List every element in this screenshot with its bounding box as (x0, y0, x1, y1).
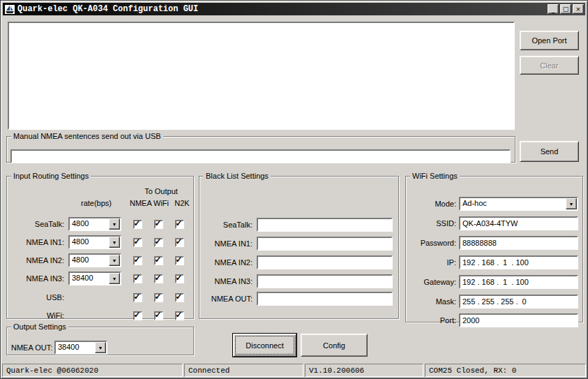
chevron-down-icon[interactable]: ▼ (566, 198, 577, 209)
wifi-row-port: Port: (409, 313, 578, 327)
ssid-input[interactable] (459, 216, 578, 230)
wifi-row-mode: Mode: Ad-hoc ▼ (409, 197, 578, 211)
nmea-in3-wifi-checkbox[interactable] (154, 274, 163, 283)
password-input[interactable] (459, 236, 578, 250)
usb-wifi-checkbox[interactable] (154, 293, 163, 302)
gateway-label: Gateway: (409, 278, 459, 286)
wifi-row-mask: Mask: (409, 295, 578, 309)
blacklist-nmea-in2-label: NMEA IN2: (204, 258, 257, 267)
usb-n2k-checkbox[interactable] (175, 293, 184, 302)
wifi-row-label: WiFi: (10, 311, 68, 320)
dropdown-value: 4800 (72, 219, 89, 228)
ssid-label: SSID: (409, 219, 459, 228)
blacklist-nmea-out-input[interactable] (257, 292, 393, 306)
status-firmware-version: V1.10.200606 (305, 364, 423, 377)
nmea-in2-n2k-checkbox[interactable] (175, 256, 184, 265)
output-settings-group: Output Settings NMEA OUT: 38400 ▼ (6, 322, 194, 355)
checkbox-cell (127, 274, 148, 283)
wifi-nmea-checkbox[interactable] (133, 311, 142, 320)
dropdown-value: Ad-hoc (462, 199, 487, 207)
mask-label: Mask: (409, 297, 459, 306)
nmea-in1-nmea-checkbox[interactable] (133, 238, 142, 247)
nmea-in3-rate-dropdown[interactable]: 38400 ▼ (68, 272, 121, 285)
blacklist-row-nmea-in3: NMEA IN3: (204, 274, 393, 288)
usb-nmea-checkbox[interactable] (133, 293, 142, 302)
dropdown-value: 38400 (58, 343, 80, 351)
close-button[interactable]: × (573, 4, 584, 14)
blacklist-nmea-in2-input[interactable] (257, 255, 393, 269)
maximize-button[interactable]: □ (560, 4, 571, 14)
status-com-port: COM25 Closed, RX: 0 (425, 364, 586, 377)
routing-row-nmea-in1: NMEA IN1: 4800 ▼ (10, 235, 192, 250)
nmea-in1-n2k-checkbox[interactable] (175, 238, 184, 247)
blacklist-seatalk-input[interactable] (257, 218, 393, 232)
chevron-down-icon[interactable]: ▼ (95, 342, 106, 353)
wifi-row-password: Password: (409, 236, 578, 250)
minimize-button[interactable]: _ (548, 4, 559, 14)
checkbox-cell (169, 293, 190, 302)
nmea-in2-rate-dropdown[interactable]: 4800 ▼ (68, 253, 121, 267)
mode-label: Mode: (409, 200, 459, 208)
mask-input[interactable] (459, 295, 578, 309)
checkbox-cell (148, 311, 169, 320)
chevron-down-icon[interactable]: ▼ (109, 237, 120, 248)
dropdown-value: 38400 (72, 274, 93, 282)
checkbox-cell (169, 220, 190, 229)
checkbox-cell (127, 238, 148, 247)
checkbox-cell (127, 293, 148, 302)
dropdown-value: 4800 (72, 237, 89, 246)
checkbox-cell (127, 220, 148, 229)
nmea-in2-wifi-checkbox[interactable] (154, 256, 163, 265)
ip-input[interactable] (459, 255, 578, 269)
seatalk-n2k-checkbox[interactable] (175, 220, 184, 229)
disconnect-button[interactable]: Disconnect (233, 334, 296, 357)
blacklist-nmea-in1-label: NMEA IN1: (204, 239, 257, 248)
chevron-down-icon[interactable]: ▼ (109, 273, 120, 284)
open-port-button[interactable]: Open Port (520, 31, 579, 50)
wifi-mode-dropdown[interactable]: Ad-hoc ▼ (459, 197, 578, 211)
chevron-down-icon[interactable]: ▼ (109, 255, 120, 266)
nmea-in3-n2k-checkbox[interactable] (175, 274, 184, 283)
nmea-in1-rate-dropdown[interactable]: 4800 ▼ (68, 235, 121, 249)
blacklist-nmea-in3-input[interactable] (257, 274, 393, 288)
nmea-out-rate-dropdown[interactable]: 38400 ▼ (54, 341, 107, 355)
seatalk-nmea-checkbox[interactable] (133, 220, 142, 229)
output-row: NMEA OUT: 38400 ▼ (11, 341, 107, 355)
port-label: Port: (409, 316, 459, 325)
nmea-in1-wifi-checkbox[interactable] (154, 238, 163, 247)
rate-column-header: rate(bps) (68, 199, 124, 207)
blacklist-row-nmea-in1: NMEA IN1: (204, 237, 393, 251)
nmea-in3-nmea-checkbox[interactable] (133, 274, 142, 283)
clear-button: Clear (520, 56, 579, 75)
gateway-input[interactable] (459, 275, 578, 289)
wifi-n2k-checkbox[interactable] (175, 311, 184, 320)
checkbox-cell (169, 238, 190, 247)
blacklist-seatalk-label: SeaTalk: (204, 221, 257, 229)
window-controls: _ □ × (548, 4, 584, 14)
checkbox-cell (127, 311, 148, 320)
window-title: Quark-elec QK-A034 Configuration GUI (17, 4, 548, 14)
nmea-in3-label: NMEA IN3: (10, 274, 68, 283)
checkbox-cell (148, 220, 169, 229)
checkbox-cell (148, 238, 169, 247)
dropdown-value: 4800 (72, 255, 89, 264)
input-routing-group: Input Routing Settings To Output rate(bp… (6, 172, 194, 319)
config-button[interactable]: Config (301, 334, 368, 357)
status-bar: Quark-elec @06062020 Connected V1.10.200… (2, 364, 586, 377)
nmea-in2-nmea-checkbox[interactable] (133, 256, 142, 265)
seatalk-rate-dropdown[interactable]: 4800 ▼ (68, 217, 121, 231)
nmea-in1-label: NMEA IN1: (10, 238, 68, 246)
chevron-down-icon[interactable]: ▼ (109, 218, 120, 230)
send-button[interactable]: Send (520, 141, 579, 162)
log-output[interactable] (8, 22, 515, 130)
blacklist-nmea-in1-input[interactable] (257, 237, 393, 251)
seatalk-wifi-checkbox[interactable] (154, 220, 163, 229)
blacklist-nmea-out-label: NMEA OUT: (204, 295, 257, 303)
manual-nmea-input[interactable] (10, 149, 511, 163)
checkbox-cell (148, 293, 169, 302)
title-bar[interactable]: Quark-elec QK-A034 Configuration GUI _ □… (3, 3, 585, 15)
output-settings-group-title: Output Settings (11, 322, 68, 331)
wifi-wifi-checkbox[interactable] (154, 311, 163, 320)
routing-row-usb: USB: (10, 290, 192, 305)
port-input[interactable] (459, 313, 578, 327)
